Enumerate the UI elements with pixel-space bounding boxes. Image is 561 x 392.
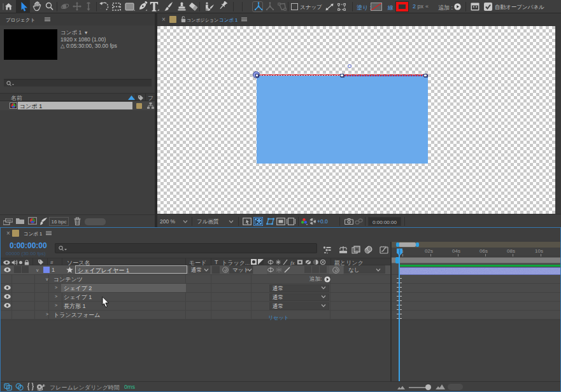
- svg-text:fx: fx: [290, 260, 295, 266]
